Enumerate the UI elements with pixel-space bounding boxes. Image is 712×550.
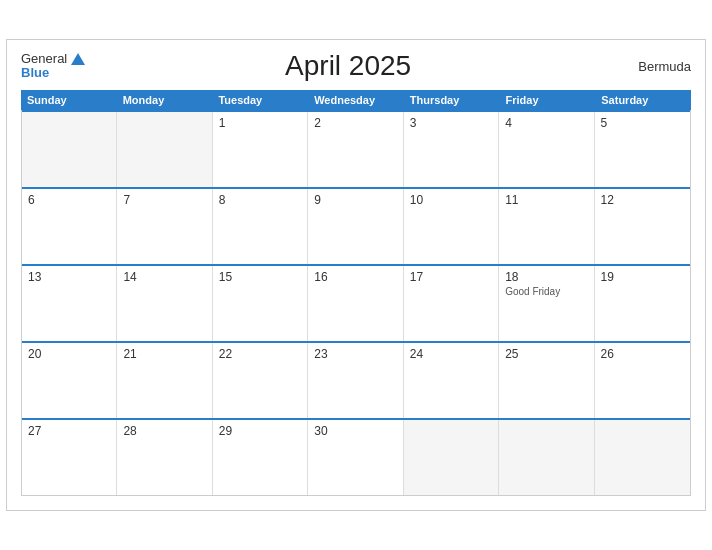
day-cell-empty [22, 112, 117, 187]
day-cell-30: 30 [308, 420, 403, 495]
day-cell-29: 29 [213, 420, 308, 495]
calendar-container: General Blue April 2025 Bermuda Sunday M… [6, 39, 706, 511]
day-cell-24: 24 [404, 343, 499, 418]
header-row: General Blue April 2025 Bermuda [21, 50, 691, 82]
dow-monday: Monday [117, 90, 213, 110]
day-cell-9: 9 [308, 189, 403, 264]
day-cell-25: 25 [499, 343, 594, 418]
dow-thursday: Thursday [404, 90, 500, 110]
event-good-friday: Good Friday [505, 286, 587, 297]
logo-triangle-icon [71, 53, 85, 65]
day-cell-27: 27 [22, 420, 117, 495]
day-cell-1: 1 [213, 112, 308, 187]
calendar-footer [21, 495, 691, 496]
day-cell-10: 10 [404, 189, 499, 264]
region-label: Bermuda [611, 59, 691, 74]
logo-general-text: General [21, 52, 67, 66]
dow-tuesday: Tuesday [212, 90, 308, 110]
calendar-grid: 1 2 3 4 5 6 7 8 9 10 11 12 13 14 15 16 1… [21, 110, 691, 495]
week-row-5: 27 28 29 30 [22, 418, 690, 495]
day-cell-empty [117, 112, 212, 187]
week-row-3: 13 14 15 16 17 18 Good Friday 19 [22, 264, 690, 341]
day-cell-11: 11 [499, 189, 594, 264]
calendar-title: April 2025 [85, 50, 611, 82]
day-cell-20: 20 [22, 343, 117, 418]
dow-wednesday: Wednesday [308, 90, 404, 110]
day-cell-15: 15 [213, 266, 308, 341]
day-cell-18: 18 Good Friday [499, 266, 594, 341]
dow-friday: Friday [500, 90, 596, 110]
dow-sunday: Sunday [21, 90, 117, 110]
day-cell-3: 3 [404, 112, 499, 187]
logo-blue-text: Blue [21, 66, 85, 80]
day-cell-12: 12 [595, 189, 690, 264]
day-cell-21: 21 [117, 343, 212, 418]
week-row-4: 20 21 22 23 24 25 26 [22, 341, 690, 418]
day-cell-8: 8 [213, 189, 308, 264]
day-cell-14: 14 [117, 266, 212, 341]
day-cell-5: 5 [595, 112, 690, 187]
day-cell-23: 23 [308, 343, 403, 418]
days-header: Sunday Monday Tuesday Wednesday Thursday… [21, 90, 691, 110]
day-cell-26: 26 [595, 343, 690, 418]
day-cell-6: 6 [22, 189, 117, 264]
logo: General Blue [21, 52, 85, 81]
day-cell-7: 7 [117, 189, 212, 264]
day-cell-empty [499, 420, 594, 495]
week-row-2: 6 7 8 9 10 11 12 [22, 187, 690, 264]
week-row-1: 1 2 3 4 5 [22, 110, 690, 187]
day-cell-28: 28 [117, 420, 212, 495]
day-cell-empty [404, 420, 499, 495]
day-cell-4: 4 [499, 112, 594, 187]
day-cell-17: 17 [404, 266, 499, 341]
day-cell-19: 19 [595, 266, 690, 341]
day-cell-2: 2 [308, 112, 403, 187]
day-cell-22: 22 [213, 343, 308, 418]
day-cell-13: 13 [22, 266, 117, 341]
day-cell-empty [595, 420, 690, 495]
day-cell-16: 16 [308, 266, 403, 341]
dow-saturday: Saturday [595, 90, 691, 110]
